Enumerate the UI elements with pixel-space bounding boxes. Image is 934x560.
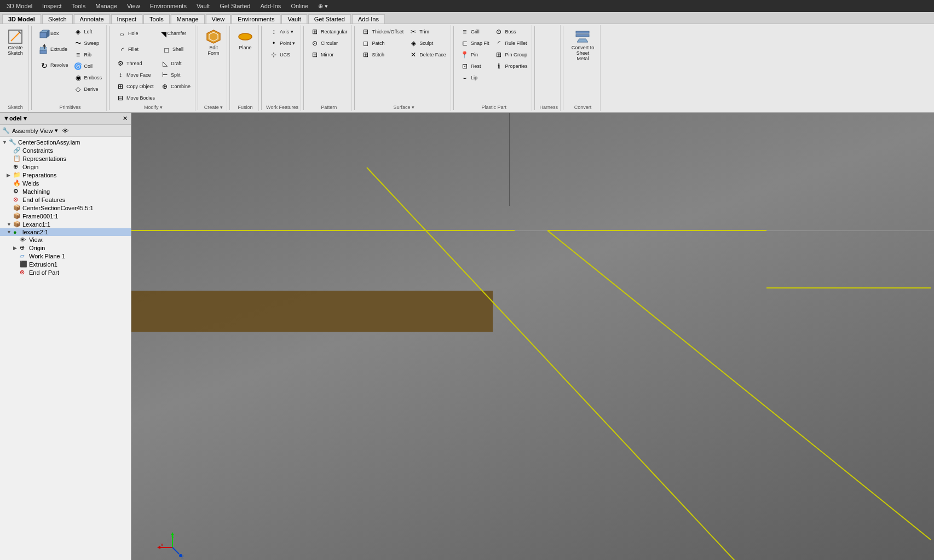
patch-button[interactable]: ◻ Patch: [359, 38, 406, 49]
viewport[interactable]: Y X Z: [131, 113, 934, 560]
create-group-label: Create ▾: [204, 103, 223, 110]
sculpt-button[interactable]: ◈ Sculpt: [407, 38, 448, 49]
trim-button[interactable]: ✂ Trim: [407, 26, 448, 37]
svg-text:X: X: [160, 542, 164, 547]
tree-item-preparations[interactable]: ▶ 📁 Preparations: [0, 171, 131, 179]
copy-object-button[interactable]: ⊞ Copy Object: [114, 81, 157, 92]
panel-collapse-icon[interactable]: ✕: [123, 115, 128, 122]
properties-icon: ℹ: [494, 62, 503, 71]
hole-icon: ○: [116, 28, 128, 40]
convert-sheetmetal-button[interactable]: Convert toSheet Metal: [568, 26, 598, 63]
loft-button[interactable]: ◈ Loft: [72, 26, 105, 37]
draft-button[interactable]: ◺ Draft: [158, 58, 193, 69]
rulefillet-button[interactable]: ◜ Rule Fillet: [492, 38, 529, 49]
root-label: CenterSectionAssy.iam: [18, 139, 80, 146]
tree-item-workplane1[interactable]: ▱ Work Plane 1: [0, 252, 131, 260]
box-button[interactable]: Box: [36, 26, 71, 42]
ucs-button[interactable]: ⊹ UCS: [267, 49, 297, 60]
menu-item-environments[interactable]: Environments: [146, 2, 191, 10]
tab-sketch[interactable]: Sketch: [42, 14, 73, 24]
revolve-button[interactable]: ↻ Revolve: [36, 58, 71, 73]
circular-label: Circular: [321, 41, 338, 46]
fillet-button[interactable]: ◜ Fillet: [114, 42, 144, 57]
ucs-label: UCS: [280, 52, 290, 57]
point-button[interactable]: • Point ▾: [267, 38, 297, 49]
pingroup-button[interactable]: ⊞ Pin Group: [492, 49, 529, 60]
menu-item-manage[interactable]: Manage: [91, 2, 122, 10]
assembly-view-dropdown[interactable]: ▾: [55, 127, 58, 134]
create-sketch-icon: [7, 28, 24, 45]
derive-button[interactable]: ◇ Derive: [72, 84, 105, 95]
coil-button[interactable]: 🌀 Coil: [72, 61, 105, 72]
circular-button[interactable]: ⊙ Circular: [308, 38, 350, 49]
tab-manage[interactable]: Manage: [171, 14, 205, 24]
tree-item-view[interactable]: 👁 View:: [0, 236, 131, 244]
menu-item-addins[interactable]: Add-Ins: [256, 2, 285, 10]
delete-face-button[interactable]: ✕ Delete Face: [407, 49, 448, 60]
mirror-button[interactable]: ⊟ Mirror: [308, 49, 350, 60]
tab-getstarted[interactable]: Get Started: [308, 14, 351, 24]
tree-item-cscover[interactable]: 📦 CenterSectionCover45.5:1: [0, 204, 131, 212]
tree-item-origin2[interactable]: ▶ ⊕ Origin: [0, 244, 131, 252]
plane-button[interactable]: Plane: [234, 26, 256, 53]
tree-item-extrusion1[interactable]: ⬛ Extrusion1: [0, 260, 131, 268]
tab-inspect[interactable]: Inspect: [111, 14, 142, 24]
tree-item-root[interactable]: ▼ 🔧 CenterSectionAssy.iam: [0, 138, 131, 146]
tab-3dmodel[interactable]: 3D Model: [2, 14, 41, 24]
emboss-button[interactable]: ◉ Emboss: [72, 72, 105, 83]
pin-button[interactable]: 📍 Pin: [458, 49, 492, 60]
rectangular-button[interactable]: ⊞ Rectangular: [308, 26, 350, 37]
sweep-button[interactable]: 〜 Sweep: [72, 38, 105, 49]
tab-vault[interactable]: Vault: [281, 14, 307, 24]
view-options-icon[interactable]: 👁: [62, 128, 68, 134]
stitch-button[interactable]: ⊞ Stitch: [359, 49, 406, 60]
assembly-view-text[interactable]: Assembly View: [12, 128, 53, 134]
hole-button[interactable]: ○ Hole: [114, 26, 144, 42]
move-face-button[interactable]: ↕ Move Face: [114, 70, 157, 80]
menu-item-online[interactable]: Online: [286, 2, 313, 10]
tab-environments[interactable]: Environments: [232, 14, 280, 24]
rib-button[interactable]: ≡ Rib: [72, 49, 105, 60]
rest-button[interactable]: ⊡ Rest: [458, 61, 492, 72]
menu-item-view[interactable]: View: [123, 2, 145, 10]
menu-item-3dmodel[interactable]: 3D Model: [2, 2, 37, 10]
tree-item-lexanc2[interactable]: ▼ ● lexanc2:1: [0, 228, 131, 236]
grill-button[interactable]: ≡ Grill: [458, 26, 492, 37]
menu-item-tools[interactable]: Tools: [67, 2, 90, 10]
edit-form-button[interactable]: EditForm: [203, 26, 224, 58]
welds-icon: 🔥: [13, 180, 21, 187]
tree-item-constraints[interactable]: 🔗 Constraints: [0, 146, 131, 154]
move-bodies-button[interactable]: ⊟ Move Bodies: [114, 93, 157, 103]
tree-item-representations[interactable]: 📋 Representations: [0, 154, 131, 163]
extrude-button[interactable]: Extrude: [36, 42, 71, 57]
tab-addins[interactable]: Add-Ins: [352, 14, 385, 24]
tab-annotate[interactable]: Annotate: [74, 14, 110, 24]
combine-button[interactable]: ⊕ Combine: [158, 81, 193, 92]
tree-item-endofpart[interactable]: ⊗ End of Part: [0, 268, 131, 276]
thicken-button[interactable]: ⊟ Thicken/Offset: [359, 26, 406, 37]
tree-item-machining[interactable]: ⚙ Machining: [0, 187, 131, 195]
menu-item-extra[interactable]: ⊕ ▾: [314, 2, 332, 11]
boss-button[interactable]: ⊙ Boss: [492, 26, 529, 37]
thread-button[interactable]: ⚙ Thread: [114, 58, 157, 69]
axis-button[interactable]: ↕ Axis ▾: [267, 26, 297, 37]
lip-button[interactable]: ⌣ Lip: [458, 72, 492, 83]
ribbon-group-surface: ⊟ Thicken/Offset ◻ Patch ⊞ Stitch ✂: [357, 25, 451, 111]
menu-item-getstarted[interactable]: Get Started: [215, 2, 255, 10]
create-sketch-button[interactable]: CreateSketch: [4, 26, 26, 58]
tab-tools[interactable]: Tools: [143, 14, 170, 24]
tree-item-welds[interactable]: 🔥 Welds: [0, 179, 131, 187]
tree-item-origin[interactable]: ⊕ Origin: [0, 163, 131, 171]
surface-group-label: Surface ▾: [393, 103, 414, 110]
menu-item-inspect[interactable]: Inspect: [38, 2, 66, 10]
tab-view[interactable]: View: [206, 14, 231, 24]
menu-item-vault[interactable]: Vault: [192, 2, 214, 10]
shell-button[interactable]: □ Shell: [158, 42, 188, 57]
snapfit-button[interactable]: ⊏ Snap Fit: [458, 38, 492, 49]
chamfer-button[interactable]: ◥ Chamfer: [158, 26, 188, 42]
tree-item-frame0001[interactable]: 📦 Frame0001:1: [0, 212, 131, 220]
properties-button[interactable]: ℹ Properties: [492, 61, 529, 72]
split-button[interactable]: ⊢ Split: [158, 70, 193, 80]
tree-item-lexanc1[interactable]: ▼ 📦 Lexanc1:1: [0, 220, 131, 228]
tree-item-endoffeatures[interactable]: ⊗ End of Features: [0, 195, 131, 204]
